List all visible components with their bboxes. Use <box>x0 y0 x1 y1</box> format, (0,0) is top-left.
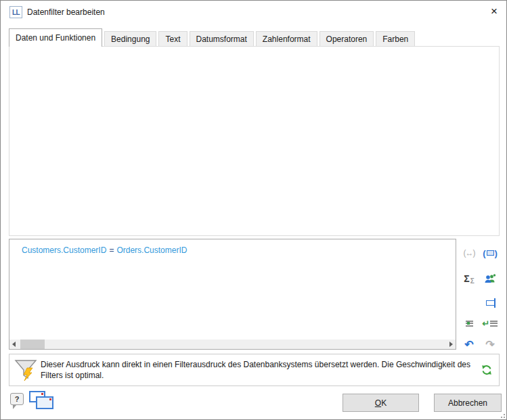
icon-box <box>486 300 495 306</box>
ok-button[interactable]: OK <box>343 394 419 412</box>
tab-label: Zahlenformat <box>263 34 311 44</box>
datenfilter-dialog: LL Datenfilter bearbeiten × Daten und Fu… <box>0 0 507 420</box>
scroll-left-icon[interactable] <box>12 342 16 347</box>
expression-lhs: Customers.CustomerID <box>22 246 106 255</box>
button-label: Abbrechen <box>448 398 487 408</box>
tab-label: Daten und Funktionen <box>16 33 95 43</box>
scroll-right-icon[interactable] <box>449 342 453 347</box>
button-label: K <box>381 398 387 408</box>
tab-operatoren[interactable]: Operatoren <box>319 31 374 47</box>
help-icon[interactable]: ? <box>10 393 24 405</box>
undo-icon[interactable]: ↶ <box>460 337 478 352</box>
resize-grip[interactable] <box>498 411 505 418</box>
variables-people-icon[interactable] <box>481 271 499 286</box>
scrollbar-thumb[interactable] <box>20 340 45 349</box>
app-logo-icon: LL <box>9 6 22 18</box>
icon-accent <box>467 322 470 325</box>
cancel-button[interactable]: Abbrechen <box>434 394 502 412</box>
tab-label: Farben <box>382 34 408 44</box>
tab-text[interactable]: Text <box>158 31 187 47</box>
help-icon-tail <box>13 405 16 409</box>
tab-label: Datumsformat <box>196 34 247 44</box>
tab-datumsformat[interactable]: Datumsformat <box>190 31 254 47</box>
expression-rhs: Orders.CustomerID <box>116 246 187 255</box>
icon-glyph: ↵ <box>483 319 490 329</box>
refresh-icon[interactable] <box>481 365 492 377</box>
button-label: O <box>375 398 381 408</box>
icon-accent <box>49 398 51 400</box>
insert-parentheses-icon[interactable]: () <box>481 246 499 260</box>
copy-windows-icon-front[interactable] <box>36 396 53 409</box>
tab-label: Text <box>165 34 180 44</box>
tab-bedingung[interactable]: Bedingung <box>104 31 156 47</box>
icon-glyph: ↶ <box>464 338 473 351</box>
redo-icon[interactable]: ↷ <box>481 337 499 352</box>
edit-field-icon[interactable] <box>481 296 499 310</box>
window-title: Datenfilter bearbeiten <box>27 7 105 17</box>
icon-glyph: Σ <box>464 273 469 284</box>
info-message: Dieser Ausdruck kann direkt in einen Fil… <box>41 359 479 381</box>
expression-horizontal-scrollbar[interactable] <box>9 340 456 349</box>
icon-glyph: ( <box>483 248 485 258</box>
tab-label: Operatoren <box>326 34 368 44</box>
tab-farben[interactable]: Farben <box>376 31 415 47</box>
icon-box <box>487 250 494 256</box>
aggregate-functions-icon[interactable]: ΣΣ <box>460 271 478 286</box>
icon-glyph: ↷ <box>485 338 494 351</box>
tab-bar: Daten und Funktionen Bedingung Text Datu… <box>9 29 415 47</box>
expression-editor[interactable]: Customers.CustomerID=Orders.CustomerID <box>9 239 456 350</box>
icon-glyph: ) <box>495 248 498 258</box>
tab-zahlenformat[interactable]: Zahlenformat <box>256 31 317 47</box>
tab-page <box>9 46 500 236</box>
icon-glyph: Σ <box>470 277 475 285</box>
icon-accent <box>41 393 43 395</box>
indent-wrap-icon[interactable]: ↵ <box>481 316 499 331</box>
funnel-bolt-icon <box>14 357 39 386</box>
outdent-icon[interactable] <box>460 316 478 331</box>
tab-label: Bedingung <box>111 34 150 44</box>
close-icon[interactable]: × <box>484 3 504 20</box>
expression-code: Customers.CustomerID=Orders.CustomerID <box>22 246 187 255</box>
tab-daten-und-funktionen[interactable]: Daten und Funktionen <box>9 28 102 47</box>
icon-glyph: (↔) <box>464 248 475 258</box>
remove-parentheses-icon[interactable]: (↔) <box>460 246 478 260</box>
filter-info-bar: Dieser Ausdruck kann direkt in einen Fil… <box>9 354 500 386</box>
expression-operator: = <box>109 246 114 255</box>
